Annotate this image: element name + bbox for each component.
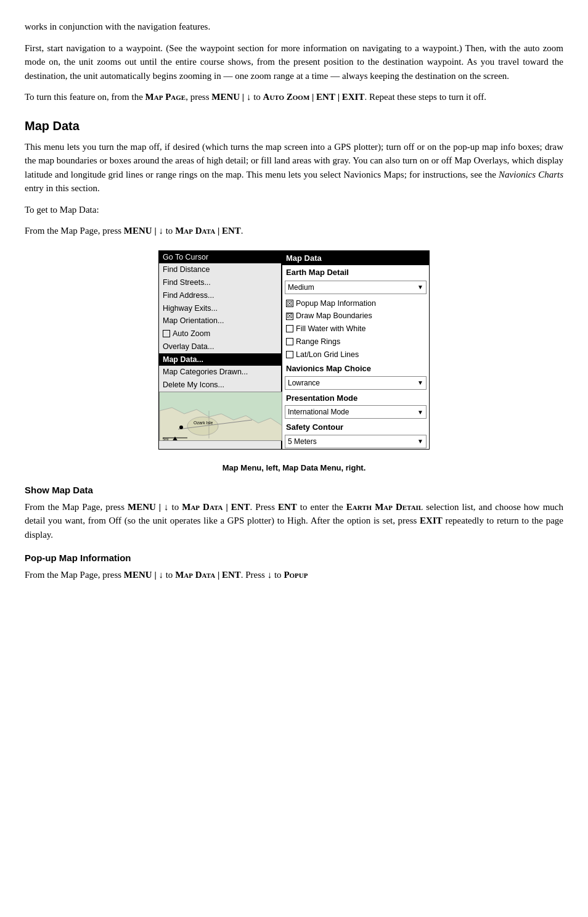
checkbox-latlon: Lat/Lon Grid Lines — [282, 348, 429, 361]
p4-post: entry in this section. — [25, 183, 100, 193]
detail-dropdown-value: Medium — [288, 282, 314, 293]
sub2-from: From the Map Page, press — [25, 570, 124, 580]
draw-map-label: Draw Map Boundaries — [296, 310, 372, 322]
left-menu-item-find-address: Find Address... — [159, 289, 281, 302]
p3-pre: To turn this feature on, from the — [25, 92, 145, 102]
p3-map-page: Map Page — [145, 92, 186, 102]
p5-pipe2: | — [215, 226, 222, 236]
paragraph-1: works in conjunction with the navigation… — [25, 20, 563, 34]
safety-dropdown[interactable]: 5 Meters ▼ — [285, 435, 427, 448]
safety-dropdown-value: 5 Meters — [288, 436, 317, 447]
earth-map-detail-label: Earth Map Detail — [282, 265, 429, 280]
p5-menu: MENU — [124, 226, 152, 236]
popup-map-label: Popup Map Information — [296, 298, 376, 310]
sub1-pipe1: | — [156, 502, 164, 512]
sub1-pipe2: | — [223, 502, 231, 512]
paragraph-2: First, start navigation to a waypoint. (… — [25, 41, 563, 83]
navionics-dropdown[interactable]: Lowrance ▼ — [285, 376, 427, 390]
p3-pipe3: | — [335, 92, 342, 102]
right-menu: Map Data Earth Map Detail Medium ▼ ☒ Pop… — [282, 250, 430, 450]
left-menu: Go To Cursor Find Distance Find Streets.… — [158, 250, 282, 450]
sub2-to: to — [163, 570, 175, 580]
presentation-dropdown-value: International Mode — [288, 406, 349, 417]
p3-exit: EXIT — [342, 92, 365, 102]
navionics-dropdown-arrow: ▼ — [417, 378, 423, 387]
p5-down: ↓ — [158, 226, 163, 236]
sub2-paragraph: From the Map Page, press MENU | ↓ to Map… — [25, 568, 563, 582]
fill-water-label: Fill Water with White — [296, 323, 365, 335]
sub1-paragraph: From the Map Page, press MENU | ↓ to Map… — [25, 500, 563, 542]
safety-contour-label: Safety Contour — [282, 419, 429, 434]
popup-map-checkbox: ☒ — [286, 300, 293, 307]
p3-pipe1: | — [240, 92, 247, 102]
presentation-dropdown[interactable]: International Mode ▼ — [285, 405, 427, 419]
figure-caption: Map Menu, left, Map Data Menu, right. — [25, 462, 563, 474]
left-menu-item-map-data: Map Data... — [159, 353, 281, 366]
sub2-down: ↓ — [158, 570, 163, 580]
left-menu-item-delete-icons: Delete My Icons... — [159, 379, 281, 392]
sub1-ent1: ENT — [231, 502, 250, 512]
section-heading-map-data: Map Data — [25, 117, 563, 135]
checkbox-draw-map: ☒ Draw Map Boundaries — [282, 310, 429, 323]
p5-mapdata: Map Data — [175, 226, 215, 236]
p3-autozoom: Auto Zoom — [263, 92, 310, 102]
sub1-mid: . Press — [250, 502, 278, 512]
p5-from: From the Map Page, press — [25, 226, 124, 236]
sub2-pipe1: | — [152, 570, 159, 580]
right-menu-title: Map Data — [282, 251, 429, 266]
sub1-down: ↓ — [164, 502, 169, 512]
svg-point-5 — [179, 426, 183, 429]
latlon-checkbox — [286, 351, 293, 358]
presentation-label: Presentation Mode — [282, 390, 429, 405]
p4-italic: Navionics Charts — [499, 170, 563, 179]
left-menu-title: Go To Cursor — [159, 251, 281, 264]
sub2-mapdata: Map Data — [175, 570, 215, 580]
range-rings-label: Range Rings — [296, 336, 340, 348]
sub2-menu: MENU — [124, 570, 152, 580]
detail-dropdown-arrow: ▼ — [417, 282, 423, 292]
left-menu-item-auto-zoom: Auto Zoom — [159, 327, 281, 340]
p5-to: to — [163, 226, 175, 236]
left-menu-item-map-categories: Map Categories Drawn... — [159, 366, 281, 379]
sub2-popup: Popup — [284, 570, 308, 580]
auto-zoom-checkbox — [163, 330, 170, 337]
paragraph-5-line2: From the Map Page, press MENU | ↓ to Map… — [25, 224, 563, 238]
p3-pipe2: | — [309, 92, 316, 102]
sub1-to-enter: to enter the — [297, 502, 346, 512]
p5-ent: ENT — [222, 226, 241, 236]
fill-water-checkbox — [286, 325, 293, 332]
paragraph-4: This menu lets you turn the map off, if … — [25, 140, 563, 195]
latlon-label: Lat/Lon Grid Lines — [296, 349, 359, 361]
left-menu-item-find-distance: Find Distance — [159, 263, 281, 276]
sub1-earth-detail: Earth Map Detail — [346, 502, 423, 512]
sub2-mid: . Press — [241, 570, 267, 580]
sub2-pipe2: | — [215, 570, 222, 580]
paragraph-5-line1: To get to Map Data: — [25, 203, 563, 217]
p4-main: This menu lets you turn the map off, if … — [25, 142, 563, 179]
sub1-exit: EXIT — [420, 516, 443, 525]
mini-map: Ozark Isle 5mi — [159, 392, 282, 441]
auto-zoom-label: Auto Zoom — [173, 328, 210, 340]
p3-ent: ENT — [316, 92, 335, 102]
sub2-ent: ENT — [222, 570, 241, 580]
menu-figures-container: Go To Cursor Find Distance Find Streets.… — [121, 250, 467, 450]
p5-pipe1: | — [152, 226, 159, 236]
navionics-label: Navionics Map Choice — [282, 361, 429, 376]
sub-heading-show-map-data: Show Map Data — [25, 483, 563, 498]
p3-mid: , press — [186, 92, 211, 102]
p5-period: . — [241, 226, 243, 236]
sub1-to: to — [169, 502, 182, 512]
mini-map-svg: Ozark Isle 5mi — [160, 392, 282, 441]
navionics-dropdown-value: Lowrance — [288, 377, 320, 389]
checkbox-popup-map: ☒ Popup Map Information — [282, 297, 429, 310]
detail-dropdown[interactable]: Medium ▼ — [285, 281, 427, 294]
range-rings-checkbox — [286, 338, 293, 345]
left-menu-item-map-orientation: Map Orientation... — [159, 315, 281, 327]
checkbox-range-rings: Range Rings — [282, 335, 429, 348]
sub-heading-popup-map: Pop-up Map Information — [25, 551, 563, 565]
sub2-to2: to — [272, 570, 284, 580]
safety-dropdown-arrow: ▼ — [417, 437, 423, 446]
p3-to: to — [251, 92, 263, 102]
paragraph-3: To turn this feature on, from the Map Pa… — [25, 90, 563, 104]
sub1-menu: MENU — [128, 502, 156, 512]
